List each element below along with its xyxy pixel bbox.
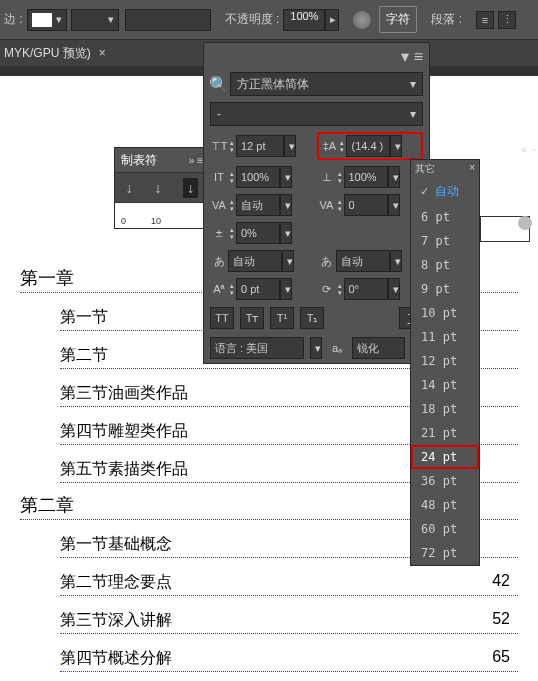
panel-menu-icon[interactable]: » ≡ <box>189 155 203 166</box>
tab-paragraph[interactable]: 段落 : <box>425 7 468 32</box>
popup-item-selected[interactable]: 24 pt <box>411 445 479 469</box>
font-size-input[interactable]: 12 pt <box>236 135 284 157</box>
panel-close-buttons: «◦ <box>521 144 536 155</box>
tracking-icon: VA <box>318 196 336 214</box>
opacity-label: 不透明度 : <box>225 11 280 28</box>
smallcaps-button[interactable]: Tᴛ <box>240 307 264 329</box>
spacing-input[interactable]: 0% <box>236 222 280 244</box>
popup-item[interactable]: 8 pt <box>411 253 479 277</box>
kerning-input[interactable]: 自动 <box>236 194 280 216</box>
stepper-icon[interactable]: ▴▾ <box>340 139 344 153</box>
rotation-input[interactable]: 0° <box>344 278 388 300</box>
aa-icon: aₐ <box>328 339 346 357</box>
tracking-input[interactable]: 0 <box>344 194 388 216</box>
mini-ruler[interactable]: 0 10 <box>115 202 209 228</box>
opacity-chevron[interactable]: ▸ <box>325 9 339 31</box>
popup-item[interactable]: 10 pt <box>411 301 479 325</box>
hscale-input[interactable]: 100% <box>344 166 388 188</box>
stroke-swatch[interactable]: ▾ <box>27 9 67 31</box>
panel-menu-icon[interactable]: ▾ ≡ <box>401 47 423 66</box>
antialias-select[interactable]: 锐化 <box>352 337 405 359</box>
popup-item[interactable]: 48 pt <box>411 493 479 517</box>
type-style-row: TT Tᴛ T¹ T₁ T <box>204 303 429 333</box>
popup-item[interactable]: 6 pt <box>411 205 479 229</box>
vscale-input[interactable]: 100% <box>236 166 280 188</box>
popup-item[interactable]: 11 pt <box>411 325 479 349</box>
tab-align-row: ↓ ↓ ↓ <box>115 172 209 202</box>
doc-tab-label: MYK/GPU 预览) <box>4 45 91 62</box>
opacity-input[interactable]: 100% <box>283 9 325 31</box>
tabs-panel-title: 制表符 <box>121 152 157 169</box>
font-style-input[interactable]: -▾ <box>210 102 423 126</box>
magnet-icon[interactable] <box>518 216 532 230</box>
popup-item[interactable]: 12 pt <box>411 349 479 373</box>
popup-item[interactable]: 14 pt <box>411 373 479 397</box>
superscript-button[interactable]: T¹ <box>270 307 294 329</box>
popup-item[interactable]: 9 pt <box>411 277 479 301</box>
stepper-icon[interactable]: ▴▾ <box>230 139 234 153</box>
popup-item[interactable]: 72 pt <box>411 541 479 565</box>
leading-icon: ‡A <box>320 137 338 155</box>
doc-tab[interactable]: MYK/GPU 预览) × <box>4 45 106 62</box>
baseline-icon: Aª <box>210 280 228 298</box>
toc-item: 第二节理念要点42 <box>60 572 518 596</box>
close-icon[interactable]: × <box>99 46 106 60</box>
tab-character[interactable]: 字符 <box>379 6 417 33</box>
tabs-panel: 制表符 » ≡ ↓ ↓ ↓ 0 10 <box>114 147 210 229</box>
language-select[interactable]: 语言 : 美国 <box>210 337 304 359</box>
pref-icon[interactable]: ⋮ <box>498 11 516 29</box>
tab-center-icon[interactable]: ↓ <box>154 180 161 196</box>
toc-item: 第三节深入讲解52 <box>60 610 518 634</box>
align-icon[interactable]: ≡ <box>476 11 494 29</box>
popup-item[interactable]: 60 pt <box>411 517 479 541</box>
popup-item-auto[interactable]: 自动 <box>411 178 479 205</box>
auto1-input[interactable]: 自动 <box>228 250 282 272</box>
stroke-label: 边 : <box>4 11 23 28</box>
vscale-icon: IT <box>210 168 228 186</box>
subscript-button[interactable]: T₁ <box>300 307 324 329</box>
close-icon[interactable]: × <box>469 162 475 176</box>
chevron-down-icon[interactable]: ▾ <box>390 135 402 157</box>
stroke-weight[interactable]: ▾ <box>71 9 119 31</box>
kerning-icon: VA <box>210 196 228 214</box>
tab-right-icon[interactable]: ↓ <box>183 178 198 198</box>
search-icon[interactable]: 🔍 <box>210 75 228 94</box>
auto1-icon: あ <box>210 252 228 270</box>
popup-item[interactable]: 21 pt <box>411 421 479 445</box>
popup-other-label[interactable]: 其它 <box>415 162 435 176</box>
auto2-icon: あ <box>318 252 336 270</box>
baseline-input[interactable]: 0 pt <box>236 278 280 300</box>
hscale-icon: ⊥ <box>318 168 336 186</box>
font-size-icon: ⊤T <box>210 137 228 155</box>
toc-item: 第四节概述分解65 <box>60 648 518 672</box>
leading-input[interactable]: (14.4 ) <box>346 135 390 157</box>
spacing-icon: ± <box>210 224 228 242</box>
auto2-input[interactable]: 自动 <box>336 250 390 272</box>
popup-item[interactable]: 18 pt <box>411 397 479 421</box>
tab-left-icon[interactable]: ↓ <box>126 180 133 196</box>
popup-item[interactable]: 36 pt <box>411 469 479 493</box>
caps-button[interactable]: TT <box>210 307 234 329</box>
font-family-input[interactable]: 方正黑体简体▾ <box>230 72 423 96</box>
popup-item[interactable]: 7 pt <box>411 229 479 253</box>
top-toolbar: 边 : ▾ ▾ 不透明度 : 100% ▸ 字符 段落 : ≡ ⋮ <box>0 0 538 40</box>
blend-mode[interactable] <box>125 9 211 31</box>
globe-icon[interactable] <box>353 11 371 29</box>
rotation-icon: ⟳ <box>318 280 336 298</box>
leading-popup: 其它× 自动 6 pt 7 pt 8 pt 9 pt 10 pt 11 pt 1… <box>410 159 480 566</box>
leading-group: ‡A ▴▾ (14.4 ) ▾ <box>317 132 423 160</box>
chevron-down-icon[interactable]: ▾ <box>284 135 296 157</box>
character-panel: ▾ ≡ 🔍 方正黑体简体▾ -▾ ⊤T ▴▾ 12 pt ▾ ‡A ▴▾ (14… <box>203 42 430 364</box>
